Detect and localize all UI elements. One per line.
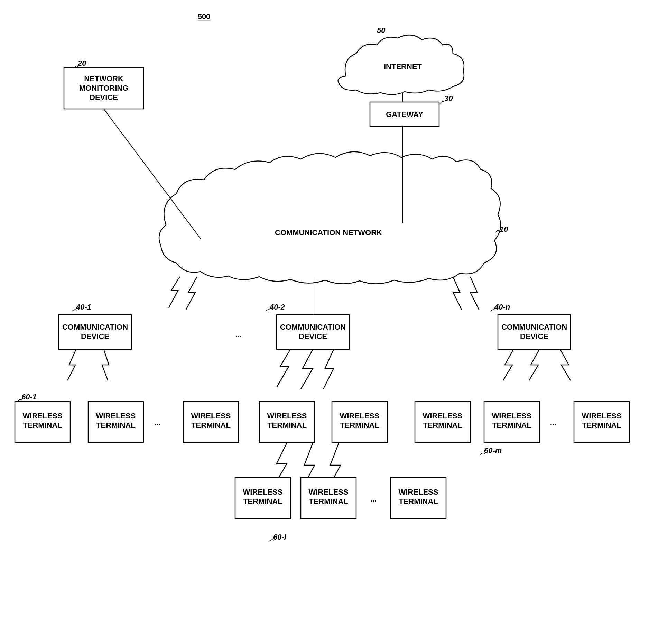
dots-wt-right: ...: [550, 418, 556, 427]
svg-text:WIRELESS: WIRELESS: [492, 412, 532, 420]
lightning-commnet-cd1-1: [169, 277, 180, 308]
svg-text:TERMINAL: TERMINAL: [423, 421, 462, 430]
lightning-cdn-1: [503, 349, 513, 380]
svg-text:WIRELESS: WIRELESS: [267, 412, 307, 420]
svg-text:DEVICE: DEVICE: [81, 332, 109, 341]
svg-text:WIRELESS: WIRELESS: [399, 488, 438, 496]
svg-text:TERMINAL: TERMINAL: [243, 497, 282, 506]
svg-text:TERMINAL: TERMINAL: [309, 497, 348, 506]
svg-text:TERMINAL: TERMINAL: [267, 421, 307, 430]
lightning-cdn-2: [529, 349, 539, 380]
lightning-commnet-cd1-2: [186, 277, 197, 310]
svg-text:TERMINAL: TERMINAL: [582, 421, 621, 430]
svg-text:WIRELESS: WIRELESS: [96, 412, 136, 420]
svg-text:WIRELESS: WIRELESS: [340, 412, 380, 420]
lightning-commnet-cdn-1: [453, 277, 462, 310]
svg-text:WIRELESS: WIRELESS: [191, 412, 231, 420]
ref-40-2: 40-2: [269, 303, 285, 311]
lightning-cd2-2: [301, 349, 313, 389]
svg-text:TERMINAL: TERMINAL: [340, 421, 379, 430]
gateway-label: GATEWAY: [386, 110, 423, 119]
svg-text:WIRELESS: WIRELESS: [582, 412, 622, 420]
svg-text:MONITORING: MONITORING: [79, 84, 129, 92]
ref-60-1: 60-1: [21, 393, 37, 401]
svg-text:WIRELESS: WIRELESS: [23, 412, 63, 420]
ref-40-n: 40-n: [494, 303, 510, 311]
gateway-ref: 30: [444, 94, 453, 103]
dots-wt-bottom: ...: [370, 495, 377, 503]
lightning-cd2-3: [323, 349, 334, 389]
svg-text:TERMINAL: TERMINAL: [23, 421, 62, 430]
lightning-commnet-cdn-2: [470, 277, 479, 310]
svg-text:DEVICE: DEVICE: [90, 93, 118, 102]
svg-text:DEVICE: DEVICE: [520, 332, 548, 341]
svg-text:COMMUNICATION: COMMUNICATION: [280, 323, 346, 331]
svg-text:COMMUNICATION: COMMUNICATION: [501, 323, 567, 331]
svg-text:COMMUNICATION: COMMUNICATION: [62, 323, 128, 331]
svg-text:INTERNET: INTERNET: [384, 62, 422, 71]
svg-text:DEVICE: DEVICE: [299, 332, 327, 341]
svg-text:NETWORK: NETWORK: [84, 74, 123, 83]
ref-60-m: 60-m: [484, 446, 502, 455]
internet-ref: 50: [377, 26, 386, 35]
lightning-cd1-wt1: [67, 349, 76, 380]
svg-text:TERMINAL: TERMINAL: [191, 421, 231, 430]
svg-text:WIRELESS: WIRELESS: [243, 488, 283, 496]
lightning-cd2-1: [277, 349, 290, 387]
nmd-ref: 20: [77, 59, 86, 67]
comm-network-ref: 10: [500, 225, 508, 233]
svg-text:TERMINAL: TERMINAL: [96, 421, 136, 430]
dots-cd-middle: ...: [235, 330, 242, 339]
lightning-cdn-3: [560, 349, 571, 380]
lightning-cd1-wt2: [102, 349, 109, 380]
svg-text:TERMINAL: TERMINAL: [399, 497, 438, 506]
line-nmd-commnet: [104, 109, 201, 239]
internet-cloud: INTERNET: [338, 35, 464, 94]
svg-text:WIRELESS: WIRELESS: [309, 488, 349, 496]
dots-wt-left: ...: [154, 418, 160, 427]
comm-network-cloud: COMMUNICATION NETWORK: [159, 152, 501, 284]
svg-text:TERMINAL: TERMINAL: [492, 421, 531, 430]
diagram-title-ref: 500: [198, 12, 211, 21]
svg-text:WIRELESS: WIRELESS: [423, 412, 463, 420]
svg-text:COMMUNICATION NETWORK: COMMUNICATION NETWORK: [275, 228, 382, 237]
ref-40-1: 40-1: [76, 303, 91, 311]
network-diagram: 500 50 INTERNET GATEWAY 30 NETWORK MONIT…: [0, 0, 649, 644]
ref-60-l: 60-l: [273, 533, 287, 541]
